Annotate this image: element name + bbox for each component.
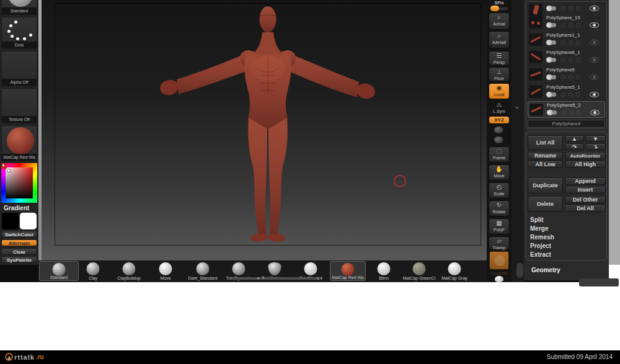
material-matcap-gray[interactable]: MatCap Gray	[437, 261, 472, 281]
subtool-row[interactable]: PolySphere5	[528, 66, 605, 83]
polyframe-button[interactable]: ▦ PolyF	[489, 218, 510, 234]
toggle-icon[interactable]	[569, 6, 573, 11]
section-split[interactable]: Split	[530, 216, 598, 224]
subtool-up-button[interactable]: ▲	[565, 135, 584, 142]
actual-button[interactable]: ⌕ Actual	[489, 12, 510, 30]
main-color-swatch[interactable]	[2, 213, 19, 229]
material-matcap-red-wax-swatch[interactable]: MatCap Red Wa	[1, 125, 37, 161]
toggle-icon[interactable]	[561, 58, 565, 62]
material-matcap-red-wax[interactable]: MatCap Red Wa	[330, 261, 366, 281]
toggle-icon[interactable]	[561, 40, 565, 45]
visibility-eye-icon[interactable]	[590, 6, 599, 11]
lsym-button[interactable]: L.Sym	[487, 109, 512, 113]
toggle-icon[interactable]	[569, 75, 573, 79]
toggle-icon[interactable]	[576, 92, 580, 97]
subtool-row[interactable]: PolySphere5_1	[528, 84, 605, 100]
transp-button[interactable]: ▱ Transp	[489, 236, 510, 250]
toggle-icon[interactable]	[569, 40, 573, 45]
toggle-icon[interactable]	[561, 75, 565, 79]
geometry-section-header[interactable]: Geometry	[531, 267, 560, 273]
visibility-eye-icon[interactable]	[590, 110, 600, 115]
toggle-icon[interactable]	[561, 6, 565, 11]
rotate-y-globe-icon[interactable]	[494, 126, 504, 134]
spix-slider-knob[interactable]	[490, 6, 499, 11]
tray-scrollbar[interactable]	[38, 0, 42, 265]
material-blinn[interactable]: Blinn	[370, 261, 397, 281]
duplicate-button[interactable]: Duplicate	[528, 177, 563, 193]
all-high-button[interactable]: All High	[565, 161, 606, 168]
color-picker[interactable]	[1, 163, 37, 203]
toggle-icon[interactable]	[576, 23, 580, 27]
insert-button[interactable]: Insert	[565, 186, 606, 193]
frame-button[interactable]: ⬚ Frame	[489, 146, 510, 162]
sys-palette-button[interactable]: SysPalette	[1, 256, 37, 263]
subtool-shift-down-button[interactable]: ↴	[585, 143, 606, 150]
divider-collapse-arrow-icon[interactable]: ◂	[515, 104, 518, 110]
move-view-button[interactable]: ✋ Move	[489, 164, 510, 180]
visibility-eye-icon[interactable]	[590, 22, 599, 28]
rotate-view-button[interactable]: ↻ Rotate	[489, 200, 510, 216]
tool-standard-swatch[interactable]: Standard	[1, 0, 37, 15]
brush-clay[interactable]: Clay	[78, 261, 108, 281]
color-picker-sv-square[interactable]	[6, 167, 33, 198]
paint-toggle-icon[interactable]	[546, 22, 552, 28]
stroke-dots-swatch[interactable]: Dots	[1, 17, 37, 49]
scale-view-button[interactable]: ◴ Scale	[489, 182, 510, 198]
strip-scroll-arrows-icon[interactable]: ▲▼	[256, 275, 270, 280]
rotate-z-globe-icon[interactable]	[494, 136, 504, 144]
paint-toggle-icon[interactable]	[546, 92, 552, 97]
toggle-icon[interactable]	[576, 6, 580, 11]
xyz-button[interactable]: XYZ	[489, 116, 510, 124]
section-project[interactable]: Project	[530, 242, 598, 251]
texture-off-swatch[interactable]: Texture Off	[1, 88, 37, 123]
del-all-button[interactable]: Del All	[565, 205, 606, 212]
toggle-icon[interactable]	[576, 75, 580, 79]
rename-button[interactable]: Rename	[528, 152, 563, 159]
alternate-button[interactable]: Alternate	[1, 239, 37, 246]
material-matcap-greencl[interactable]: MatCap GreenCl	[401, 261, 438, 281]
subtool-row[interactable]: PolySphere_15	[528, 14, 605, 31]
paint-toggle-icon[interactable]	[547, 110, 553, 115]
visibility-eye-icon[interactable]	[590, 40, 599, 45]
toggle-icon[interactable]	[577, 110, 581, 115]
paint-toggle-icon[interactable]	[546, 74, 552, 80]
delete-button[interactable]: Delete	[528, 196, 563, 212]
toggle-icon[interactable]	[561, 92, 565, 97]
subtool-down-button[interactable]: ▼	[585, 135, 606, 142]
toggle-icon[interactable]	[569, 23, 573, 27]
alpha-off-swatch[interactable]: Alpha Off	[1, 51, 37, 86]
aahalf-button[interactable]: ⌕ AAHalf	[489, 31, 510, 48]
strip-scrollbar[interactable]	[232, 277, 317, 280]
list-all-button[interactable]: List All	[528, 135, 563, 150]
visibility-eye-icon[interactable]	[590, 74, 599, 80]
subtool-row-partial[interactable]	[528, 1, 605, 10]
brush-dam-standard[interactable]: Dam_Standard	[184, 261, 221, 281]
section-merge[interactable]: Merge	[530, 225, 598, 233]
brush-claybuildup[interactable]: ClayBuildup	[112, 261, 146, 281]
toggle-icon[interactable]	[576, 58, 580, 62]
floor-button[interactable]: ⊥ Floor	[489, 67, 510, 82]
del-other-button[interactable]: Del Other	[565, 196, 606, 203]
sculpt-canvas[interactable]	[42, 0, 487, 260]
clear-button[interactable]: Clear	[1, 248, 37, 255]
paint-toggle-icon[interactable]	[546, 6, 552, 11]
all-low-button[interactable]: All Low	[528, 161, 563, 168]
arttalk-logo[interactable]: a rttalk .ru	[5, 353, 44, 361]
switch-color-button[interactable]: SwitchColor	[1, 231, 37, 237]
subtool-row-selected[interactable]: PolySphere5_2	[528, 101, 605, 118]
secondary-color-swatch[interactable]	[20, 213, 37, 229]
paint-toggle-icon[interactable]	[546, 57, 552, 63]
spix-slider[interactable]	[490, 7, 508, 10]
subtool-row[interactable]: PolySphere1_1	[528, 32, 605, 48]
paint-toggle-icon[interactable]	[546, 40, 552, 45]
section-extract[interactable]: Extract	[530, 251, 598, 259]
subtool-shift-up-button[interactable]: ↷	[565, 143, 584, 150]
subtool-row[interactable]: PolySphere6_1	[528, 49, 605, 66]
brush-standard[interactable]: Standard	[39, 261, 79, 281]
local-button[interactable]: ◉ Local	[489, 83, 510, 99]
ghost-button[interactable]	[489, 251, 509, 270]
subtool-next-bar[interactable]: PolySphere4	[528, 120, 605, 128]
brush-move[interactable]: Move	[151, 261, 180, 281]
section-remesh[interactable]: Remesh	[530, 234, 598, 242]
toggle-icon[interactable]	[562, 110, 566, 115]
